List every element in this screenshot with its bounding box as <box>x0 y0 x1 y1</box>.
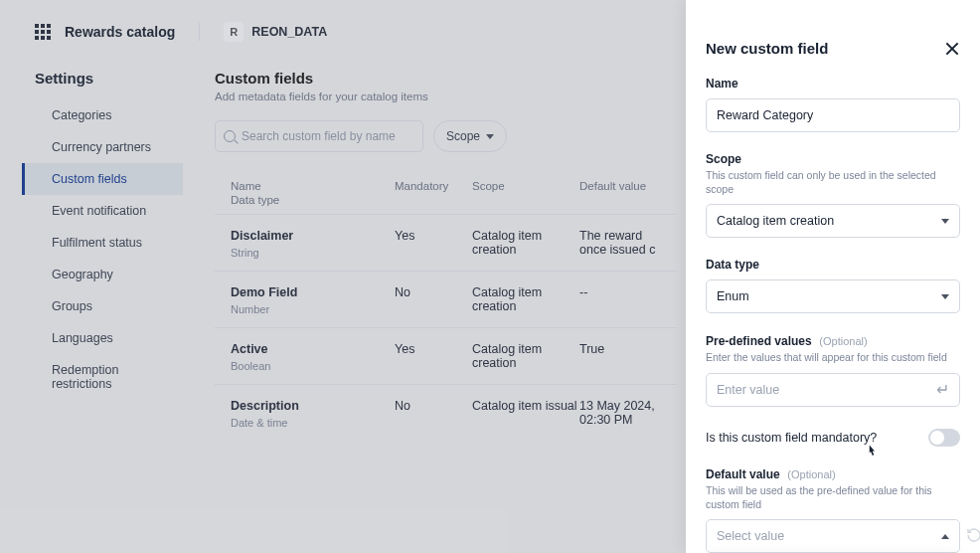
col-scope: Scope <box>472 180 579 192</box>
chevron-down-icon <box>941 294 949 299</box>
table-row[interactable]: DescriptionDate & time No Catalog item i… <box>215 384 677 441</box>
datatype-select[interactable]: Enum <box>706 279 960 313</box>
content-title: Custom fields <box>215 70 686 87</box>
app-title: Rewards catalog <box>65 24 175 40</box>
content-subtitle: Add metadata fields for your catalog ite… <box>215 91 686 102</box>
predef-input[interactable] <box>717 383 936 397</box>
chevron-up-icon <box>941 534 949 539</box>
org-name: REON_DATA <box>251 25 327 39</box>
name-input[interactable] <box>717 108 949 122</box>
sidebar-item-currency-partners[interactable]: Currency partners <box>22 131 183 163</box>
sidebar-item-redemption-restrictions[interactable]: Redemption restrictions <box>22 354 183 400</box>
scope-label: Scope <box>706 152 960 166</box>
search-box[interactable] <box>215 120 423 152</box>
col-datatype: Data type <box>231 194 395 206</box>
sidebar-item-event-notification[interactable]: Event notification <box>22 195 183 227</box>
sidebar-item-groups[interactable]: Groups <box>22 290 183 322</box>
datatype-value: Enum <box>717 289 749 303</box>
scope-help: This custom field can only be used in th… <box>706 169 960 196</box>
col-mandatory: Mandatory <box>395 180 472 192</box>
enter-key-icon: ↵ <box>936 380 949 399</box>
sidebar-item-fulfilment-status[interactable]: Fulfilment status <box>22 227 183 259</box>
table-header: Name Data type Mandatory Scope Default v… <box>215 170 677 214</box>
default-value-select[interactable]: Select value <box>706 519 960 553</box>
table-row[interactable]: Demo FieldNumber No Catalog item creatio… <box>215 271 677 327</box>
divider <box>199 23 200 41</box>
scope-select[interactable]: Catalog item creation <box>706 204 960 238</box>
sidebar-item-languages[interactable]: Languages <box>22 322 183 354</box>
datatype-label: Data type <box>706 258 960 272</box>
chevron-down-icon <box>941 219 949 224</box>
new-custom-field-panel: New custom field Name Scope This custom … <box>686 0 980 553</box>
panel-title: New custom field <box>706 40 828 57</box>
predef-input-wrap[interactable]: ↵ <box>706 373 960 407</box>
chevron-down-icon <box>486 134 494 139</box>
main-app-backdrop: Rewards catalog R REON_DATA Settings Cat… <box>0 0 686 553</box>
default-help: This will be used as the pre-defined val… <box>706 484 960 511</box>
search-icon <box>224 130 236 142</box>
table-row[interactable]: ActiveBoolean Yes Catalog item creation … <box>215 327 677 384</box>
sidebar-item-custom-fields[interactable]: Custom fields <box>22 163 183 195</box>
table-row[interactable]: DisclaimerString Yes Catalog item creati… <box>215 214 677 271</box>
predef-help: Enter the values that will appear for th… <box>706 351 960 365</box>
topbar: Rewards catalog R REON_DATA <box>0 0 686 42</box>
scope-filter-label: Scope <box>446 129 480 143</box>
org-selector[interactable]: R REON_DATA <box>224 22 327 42</box>
scope-value: Catalog item creation <box>717 214 834 228</box>
org-avatar: R <box>224 22 244 42</box>
mandatory-toggle[interactable] <box>928 429 960 447</box>
custom-fields-table: Name Data type Mandatory Scope Default v… <box>215 170 677 441</box>
mandatory-question: Is this custom field mandatory? <box>706 431 877 445</box>
app-switcher-icon[interactable] <box>35 24 51 40</box>
sidebar-item-categories[interactable]: Categories <box>22 99 183 131</box>
settings-sidebar: Categories Currency partners Custom fiel… <box>22 99 183 400</box>
page-title: Settings <box>35 70 93 87</box>
predef-label: Pre-defined values <box>706 334 812 348</box>
default-label: Default value <box>706 467 780 481</box>
optional-text: (Optional) <box>819 335 867 347</box>
search-input[interactable] <box>242 129 414 143</box>
optional-text: (Optional) <box>787 468 835 480</box>
sidebar-item-geography[interactable]: Geography <box>22 259 183 290</box>
default-placeholder: Select value <box>717 529 784 543</box>
col-default: Default value <box>579 180 661 192</box>
name-input-wrap[interactable] <box>706 98 960 132</box>
scope-filter[interactable]: Scope <box>433 120 507 152</box>
refresh-icon[interactable] <box>966 527 980 543</box>
name-label: Name <box>706 77 960 91</box>
close-icon[interactable] <box>944 41 960 57</box>
col-name: Name <box>231 180 261 192</box>
content-area: Custom fields Add metadata fields for yo… <box>215 70 686 441</box>
